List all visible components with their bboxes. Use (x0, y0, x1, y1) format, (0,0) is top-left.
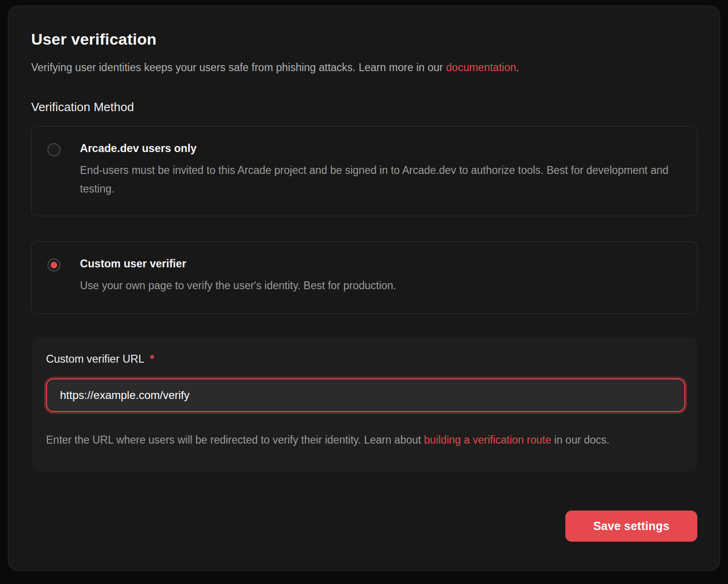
help-text-prefix: Enter the URL where users will be redire… (46, 434, 424, 446)
custom-verifier-url-label-row: Custom verifier URL* (46, 353, 683, 365)
save-settings-button[interactable]: Save settings (565, 511, 697, 542)
option-arcade-users-only[interactable]: Arcade.dev users only End-users must be … (31, 126, 697, 216)
building-verification-route-link[interactable]: building a verification route (424, 434, 551, 446)
custom-verifier-url-input[interactable] (46, 378, 685, 412)
custom-verifier-url-panel: Custom verifier URL* Enter the URL where… (32, 337, 697, 471)
radio-dot (51, 262, 57, 268)
actions-row: Save settings (31, 511, 697, 542)
option-label: Arcade.dev users only (80, 141, 683, 155)
custom-verifier-url-label: Custom verifier URL (46, 353, 145, 365)
user-verification-card: User verification Verifying user identit… (8, 6, 720, 571)
option-description: Use your own page to verify the user's i… (80, 276, 396, 295)
help-text-suffix: in our docs. (551, 434, 609, 446)
subtitle-period: . (516, 61, 519, 73)
page-subtitle: Verifying user identities keeps your use… (31, 60, 697, 75)
page-title: User verification (31, 30, 697, 48)
option-label: Custom user verifier (80, 257, 396, 271)
subtitle-text: Verifying user identities keeps your use… (31, 61, 446, 73)
option-content: Arcade.dev users only End-users must be … (80, 141, 683, 198)
option-description: End-users must be invited to this Arcade… (80, 161, 683, 198)
radio-custom-user-verifier[interactable] (47, 259, 60, 272)
custom-verifier-help-text: Enter the URL where users will be redire… (46, 431, 683, 449)
option-custom-user-verifier[interactable]: Custom user verifier Use your own page t… (31, 241, 697, 314)
documentation-link[interactable]: documentation (446, 61, 516, 73)
radio-arcade-users-only[interactable] (47, 143, 60, 156)
required-asterisk: * (150, 353, 154, 365)
option-content: Custom user verifier Use your own page t… (80, 257, 396, 295)
radio-dot (51, 146, 57, 153)
verification-method-heading: Verification Method (31, 100, 697, 114)
